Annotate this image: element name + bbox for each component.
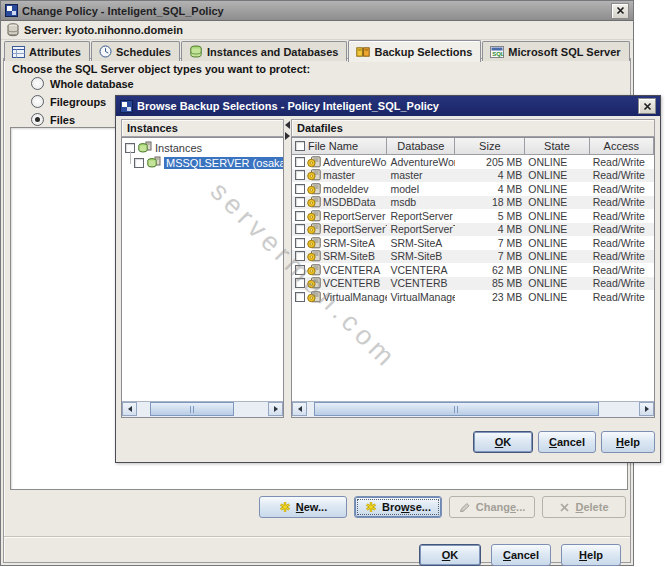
- tree-item-label: MSSQLSERVER (osaka.n: [164, 157, 284, 169]
- scroll-left-button[interactable]: [292, 402, 307, 416]
- tab-schedules[interactable]: Schedules: [91, 41, 180, 61]
- main-ok-button-label: OK: [442, 549, 459, 561]
- datafile-icon: [307, 264, 321, 276]
- datafile-icon: [307, 250, 321, 262]
- instance-server-icon: [138, 141, 152, 154]
- access-cell: Read/Write: [590, 291, 654, 303]
- tab-backup-selections[interactable]: Backup Selections: [348, 40, 481, 62]
- radio-circle-icon[interactable]: [31, 113, 44, 126]
- scroll-thumb[interactable]: [150, 402, 234, 416]
- datafiles-horizontal-scrollbar[interactable]: [292, 401, 654, 417]
- datafiles-table[interactable]: File NameDatabaseSizeStateAccess Adventu…: [291, 137, 655, 418]
- tab-microsoft-sql-server[interactable]: SQLMicrosoft SQL Server: [482, 41, 629, 61]
- browse-titlebar[interactable]: Browse Backup Selections - Policy Inteli…: [116, 96, 660, 116]
- state-cell: ONLINE: [525, 223, 589, 235]
- datafile-row[interactable]: VCENTERAVCENTERA62 MBONLINERead/Write: [292, 263, 654, 277]
- scroll-left-button[interactable]: [122, 402, 137, 416]
- row-checkbox[interactable]: [295, 265, 305, 275]
- collapse-left-icon[interactable]: [285, 121, 290, 129]
- footer-separator: [4, 536, 630, 538]
- split-pane-divider[interactable]: [284, 119, 291, 416]
- file-name-cell: VCENTERB: [292, 277, 387, 289]
- row-checkbox[interactable]: [295, 251, 305, 261]
- column-header-access[interactable]: Access: [590, 138, 654, 155]
- new-button[interactable]: New...: [259, 496, 347, 518]
- main-cancel-button[interactable]: Cancel: [491, 544, 551, 566]
- main-ok-button[interactable]: OK: [419, 544, 481, 566]
- file-name-text: SRM-SiteB: [323, 250, 375, 262]
- desktop: Change Policy - Inteligent_SQL_Policy Se…: [0, 0, 665, 567]
- browse-help-button[interactable]: Help: [601, 431, 655, 453]
- row-checkbox[interactable]: [295, 238, 305, 248]
- scroll-thumb[interactable]: [314, 402, 600, 416]
- datafile-row[interactable]: modeldevmodel4 MBONLINERead/Write: [292, 182, 654, 196]
- datafile-row[interactable]: AdventureWorks...AdventureWork...205 MBO…: [292, 155, 654, 169]
- tree-item-instances[interactable]: Instances: [122, 140, 283, 155]
- tree-item-mssqlserver-osaka-n[interactable]: MSSQLSERVER (osaka.n: [122, 155, 283, 170]
- radio-filegroups[interactable]: Filegroups: [31, 95, 106, 108]
- tab-attributes[interactable]: Attributes: [4, 41, 90, 61]
- row-checkbox[interactable]: [295, 184, 305, 194]
- row-checkbox[interactable]: [295, 197, 305, 207]
- change-pencil-icon: [459, 502, 471, 513]
- datafile-row[interactable]: ReportServerTe...ReportServerT...4 MBONL…: [292, 223, 654, 237]
- main-help-button[interactable]: Help: [561, 544, 621, 566]
- collapse-right-icon[interactable]: [285, 132, 290, 140]
- instances-horizontal-scrollbar[interactable]: [122, 401, 283, 417]
- change-button: Change...: [449, 496, 535, 518]
- browse-ok-button[interactable]: OK: [473, 431, 533, 453]
- state-cell: ONLINE: [525, 277, 589, 289]
- row-checkbox[interactable]: [295, 224, 305, 234]
- datafile-row[interactable]: ReportServerReportServer5 MBONLINERead/W…: [292, 209, 654, 223]
- scroll-right-button[interactable]: [268, 402, 283, 416]
- datafiles-table-header: File NameDatabaseSizeStateAccess: [292, 138, 654, 155]
- column-header-file-name[interactable]: File Name: [292, 138, 387, 155]
- instances-tree[interactable]: InstancesMSSQLSERVER (osaka.n: [121, 137, 284, 418]
- star-icon: [279, 501, 291, 513]
- server-database-icon: [7, 23, 19, 37]
- datafile-row[interactable]: VirtualManager...VirtualManager...23 MBO…: [292, 290, 654, 304]
- access-cell: Read/Write: [590, 264, 654, 276]
- file-name-cell: MSDBData: [292, 196, 387, 208]
- database-cell: VCENTERA: [387, 264, 455, 276]
- browse-close-button[interactable]: [638, 98, 656, 114]
- row-checkbox[interactable]: [295, 157, 305, 167]
- size-cell: 62 MB: [455, 264, 525, 276]
- radio-whole-database[interactable]: Whole database: [31, 77, 134, 90]
- datafile-row[interactable]: SRM-SiteBSRM-SiteB7 MBONLINERead/Write: [292, 250, 654, 264]
- tab-bar: AttributesSchedulesInstances and Databas…: [1, 41, 633, 61]
- datafile-icon: [307, 156, 321, 168]
- datafile-row[interactable]: VCENTERBVCENTERB85 MBONLINERead/Write: [292, 277, 654, 291]
- radio-circle-icon[interactable]: [31, 95, 44, 108]
- row-checkbox[interactable]: [295, 170, 305, 180]
- datafile-icon: [307, 183, 321, 195]
- datafile-row[interactable]: MSDBDatamsdb18 MBONLINERead/Write: [292, 196, 654, 210]
- scroll-right-button[interactable]: [639, 402, 654, 416]
- scroll-track[interactable]: [137, 402, 268, 417]
- scroll-track[interactable]: [307, 402, 639, 417]
- column-header-size[interactable]: Size: [455, 138, 525, 155]
- row-checkbox[interactable]: [295, 292, 305, 302]
- column-header-state[interactable]: State: [525, 138, 589, 155]
- row-checkbox[interactable]: [295, 278, 305, 288]
- tab-instances-and-databases[interactable]: Instances and Databases: [181, 41, 347, 61]
- browse-button-label: Browse...: [382, 501, 431, 513]
- main-titlebar[interactable]: Change Policy - Inteligent_SQL_Policy: [1, 1, 633, 21]
- datafile-icon: [307, 210, 321, 222]
- file-name-text: ReportServer: [323, 210, 385, 222]
- column-header-label: Database: [390, 140, 451, 152]
- main-title: Change Policy - Inteligent_SQL_Policy: [22, 5, 607, 17]
- select-all-checkbox[interactable]: [295, 141, 305, 151]
- radio-files[interactable]: Files: [31, 113, 75, 126]
- tree-checkbox[interactable]: [134, 158, 144, 168]
- browse-cancel-button[interactable]: Cancel: [538, 431, 596, 453]
- datafile-row[interactable]: mastermaster4 MBONLINERead/Write: [292, 169, 654, 183]
- browse-button[interactable]: Browse...: [354, 496, 442, 518]
- main-close-button[interactable]: [611, 3, 629, 19]
- datafile-row[interactable]: SRM-SiteASRM-SiteA7 MBONLINERead/Write: [292, 236, 654, 250]
- size-cell: 7 MB: [455, 237, 525, 249]
- row-checkbox[interactable]: [295, 211, 305, 221]
- instances-db-icon: [189, 45, 203, 58]
- radio-circle-icon[interactable]: [31, 77, 44, 90]
- column-header-database[interactable]: Database: [387, 138, 455, 155]
